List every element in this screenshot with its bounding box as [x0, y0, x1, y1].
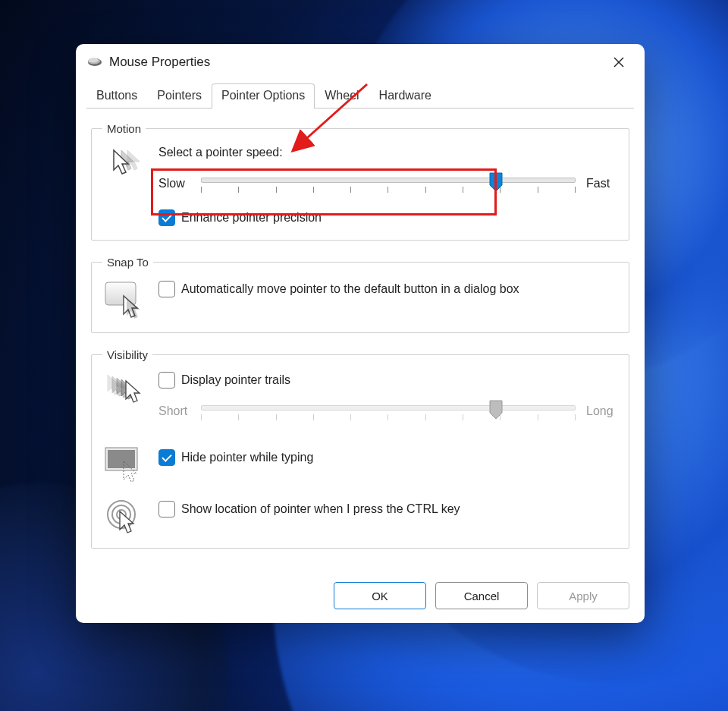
tab-pointer-options[interactable]: Pointer Options	[212, 83, 315, 109]
trails-long-label: Long	[586, 404, 618, 418]
motion-pointer-icon	[102, 146, 145, 178]
close-icon	[613, 57, 624, 68]
tab-buttons[interactable]: Buttons	[86, 83, 147, 109]
group-motion: Motion Select a pointer speed: Slow	[91, 122, 629, 241]
ok-button[interactable]: OK	[334, 582, 426, 609]
pointer-speed-row: Slow Fast	[158, 168, 618, 199]
svg-rect-5	[105, 282, 136, 305]
group-motion-legend: Motion	[102, 122, 146, 135]
tab-content: Motion Select a pointer speed: Slow	[86, 108, 634, 574]
pointer-trails-checkbox[interactable]	[158, 372, 175, 389]
snapto-icon	[102, 279, 145, 319]
svg-point-2	[89, 58, 99, 63]
trails-short-label: Short	[158, 404, 190, 418]
enhance-precision-row: Enhance pointer precision	[158, 209, 618, 226]
group-visibility-legend: Visibility	[102, 348, 152, 361]
apply-button: Apply	[537, 582, 629, 609]
tabstrip: Buttons Pointers Pointer Options Wheel H…	[76, 80, 645, 108]
close-button[interactable]	[604, 47, 634, 77]
desktop-wallpaper: Mouse Properties Buttons Pointers Pointe…	[0, 0, 728, 711]
pointer-trails-slider	[201, 396, 576, 426]
window-title: Mouse Properties	[109, 55, 210, 70]
group-snapto: Snap To	[91, 256, 629, 333]
ctrl-locate-label[interactable]: Show location of pointer when I press th…	[181, 502, 460, 516]
svg-rect-7	[108, 450, 135, 468]
tab-wheel[interactable]: Wheel	[315, 83, 369, 109]
group-visibility: Visibility	[91, 348, 629, 549]
pointer-speed-fast-label: Fast	[586, 177, 618, 190]
snapto-label[interactable]: Automatically move pointer to the defaul…	[181, 281, 519, 297]
snapto-checkbox[interactable]	[158, 281, 175, 297]
hide-while-typing-checkbox[interactable]	[158, 449, 175, 466]
group-snapto-legend: Snap To	[102, 256, 153, 269]
pointer-speed-thumb[interactable]	[488, 171, 504, 193]
hide-while-typing-label[interactable]: Hide pointer while typing	[181, 451, 313, 464]
ctrl-locate-icon	[102, 496, 145, 534]
hide-while-typing-icon	[102, 445, 145, 483]
pointer-speed-slow-label: Slow	[158, 177, 190, 190]
ctrl-locate-checkbox[interactable]	[158, 501, 175, 518]
enhance-precision-label[interactable]: Enhance pointer precision	[181, 211, 322, 225]
pointer-speed-label: Select a pointer speed:	[158, 146, 618, 159]
mouse-properties-dialog: Mouse Properties Buttons Pointers Pointe…	[76, 44, 645, 623]
pointer-trails-label[interactable]: Display pointer trails	[181, 373, 290, 387]
enhance-precision-checkbox[interactable]	[158, 209, 175, 226]
dialog-buttonbar: OK Cancel Apply	[76, 574, 645, 623]
mouse-device-icon	[86, 57, 103, 68]
tab-pointers[interactable]: Pointers	[147, 83, 212, 109]
tab-hardware[interactable]: Hardware	[369, 83, 441, 109]
pointer-trails-icon	[102, 372, 145, 408]
pointer-trails-thumb	[488, 399, 504, 420]
pointer-speed-slider[interactable]	[201, 168, 576, 199]
titlebar: Mouse Properties	[76, 44, 645, 80]
cancel-button[interactable]: Cancel	[435, 582, 528, 609]
